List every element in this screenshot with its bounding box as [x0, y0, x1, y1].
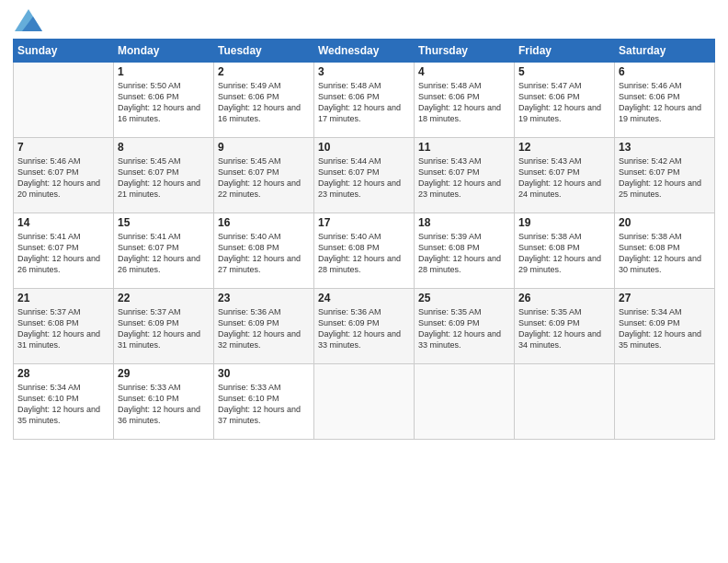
calendar-cell: 10Sunrise: 5:44 AM Sunset: 6:07 PM Dayli… [314, 138, 415, 213]
calendar-cell: 27Sunrise: 5:34 AM Sunset: 6:09 PM Dayli… [615, 289, 715, 364]
calendar-cell: 16Sunrise: 5:40 AM Sunset: 6:08 PM Dayli… [214, 213, 314, 289]
day-info: Sunrise: 5:49 AM Sunset: 6:06 PM Dayligh… [218, 80, 310, 125]
day-number: 7 [17, 141, 109, 154]
calendar-cell: 12Sunrise: 5:43 AM Sunset: 6:07 PM Dayli… [515, 138, 615, 213]
day-info: Sunrise: 5:46 AM Sunset: 6:06 PM Dayligh… [619, 80, 711, 125]
weekday-header-wednesday: Wednesday [314, 40, 415, 63]
day-info: Sunrise: 5:41 AM Sunset: 6:07 PM Dayligh… [118, 231, 210, 276]
day-info: Sunrise: 5:34 AM Sunset: 6:09 PM Dayligh… [619, 306, 711, 351]
calendar-week-row: 7Sunrise: 5:46 AM Sunset: 6:07 PM Daylig… [14, 138, 715, 213]
calendar-cell: 5Sunrise: 5:47 AM Sunset: 6:06 PM Daylig… [515, 63, 615, 138]
calendar-cell [515, 364, 615, 440]
calendar-cell: 28Sunrise: 5:34 AM Sunset: 6:10 PM Dayli… [14, 364, 114, 440]
day-info: Sunrise: 5:36 AM Sunset: 6:09 PM Dayligh… [318, 306, 410, 351]
calendar-cell: 1Sunrise: 5:50 AM Sunset: 6:06 PM Daylig… [114, 63, 214, 138]
weekday-header-monday: Monday [114, 40, 214, 63]
day-number: 4 [418, 65, 510, 78]
calendar-cell: 6Sunrise: 5:46 AM Sunset: 6:06 PM Daylig… [615, 63, 715, 138]
weekday-header-row: SundayMondayTuesdayWednesdayThursdayFrid… [14, 40, 715, 63]
calendar-cell: 19Sunrise: 5:38 AM Sunset: 6:08 PM Dayli… [515, 213, 615, 289]
logo [13, 9, 42, 31]
day-number: 2 [218, 65, 310, 78]
day-info: Sunrise: 5:48 AM Sunset: 6:06 PM Dayligh… [318, 80, 410, 125]
calendar-table: SundayMondayTuesdayWednesdayThursdayFrid… [13, 39, 715, 440]
day-info: Sunrise: 5:43 AM Sunset: 6:07 PM Dayligh… [518, 155, 610, 201]
day-info: Sunrise: 5:45 AM Sunset: 6:07 PM Dayligh… [118, 155, 210, 201]
day-info: Sunrise: 5:48 AM Sunset: 6:06 PM Dayligh… [418, 80, 510, 125]
calendar-cell: 4Sunrise: 5:48 AM Sunset: 6:06 PM Daylig… [415, 63, 515, 138]
day-info: Sunrise: 5:42 AM Sunset: 6:07 PM Dayligh… [619, 155, 711, 201]
calendar-cell: 30Sunrise: 5:33 AM Sunset: 6:10 PM Dayli… [214, 364, 314, 440]
day-info: Sunrise: 5:38 AM Sunset: 6:08 PM Dayligh… [518, 231, 610, 276]
day-number: 18 [418, 216, 510, 229]
day-info: Sunrise: 5:36 AM Sunset: 6:09 PM Dayligh… [218, 306, 310, 351]
day-info: Sunrise: 5:44 AM Sunset: 6:07 PM Dayligh… [318, 155, 410, 201]
weekday-header-sunday: Sunday [14, 40, 114, 63]
day-number: 22 [118, 292, 210, 304]
day-number: 25 [418, 292, 510, 304]
day-number: 6 [619, 65, 711, 78]
calendar-cell: 13Sunrise: 5:42 AM Sunset: 6:07 PM Dayli… [615, 138, 715, 213]
calendar-cell [314, 364, 415, 440]
calendar-cell: 3Sunrise: 5:48 AM Sunset: 6:06 PM Daylig… [314, 63, 415, 138]
day-number: 1 [118, 65, 210, 78]
day-number: 19 [518, 216, 610, 229]
day-info: Sunrise: 5:47 AM Sunset: 6:06 PM Dayligh… [518, 80, 610, 125]
day-number: 23 [218, 292, 310, 304]
day-info: Sunrise: 5:40 AM Sunset: 6:08 PM Dayligh… [218, 231, 310, 276]
calendar-cell: 15Sunrise: 5:41 AM Sunset: 6:07 PM Dayli… [114, 213, 214, 289]
logo-icon [15, 7, 42, 31]
day-info: Sunrise: 5:37 AM Sunset: 6:09 PM Dayligh… [118, 306, 210, 351]
calendar-cell: 17Sunrise: 5:40 AM Sunset: 6:08 PM Dayli… [314, 213, 415, 289]
calendar-cell: 29Sunrise: 5:33 AM Sunset: 6:10 PM Dayli… [114, 364, 214, 440]
day-number: 27 [619, 292, 711, 304]
day-info: Sunrise: 5:35 AM Sunset: 6:09 PM Dayligh… [518, 306, 610, 351]
day-number: 12 [518, 141, 610, 154]
day-info: Sunrise: 5:33 AM Sunset: 6:10 PM Dayligh… [218, 382, 310, 427]
day-number: 8 [118, 141, 210, 154]
day-info: Sunrise: 5:45 AM Sunset: 6:07 PM Dayligh… [218, 155, 310, 201]
day-info: Sunrise: 5:35 AM Sunset: 6:09 PM Dayligh… [418, 306, 510, 351]
calendar-cell: 22Sunrise: 5:37 AM Sunset: 6:09 PM Dayli… [114, 289, 214, 364]
day-number: 21 [17, 292, 109, 304]
day-info: Sunrise: 5:40 AM Sunset: 6:08 PM Dayligh… [318, 231, 410, 276]
weekday-header-thursday: Thursday [415, 40, 515, 63]
day-number: 28 [17, 367, 109, 380]
day-number: 11 [418, 141, 510, 154]
day-info: Sunrise: 5:50 AM Sunset: 6:06 PM Dayligh… [118, 80, 210, 125]
calendar-cell [415, 364, 515, 440]
day-number: 17 [318, 216, 410, 229]
calendar-cell [14, 63, 114, 138]
day-number: 10 [318, 141, 410, 154]
day-info: Sunrise: 5:46 AM Sunset: 6:07 PM Dayligh… [17, 155, 109, 201]
day-number: 24 [318, 292, 410, 304]
day-info: Sunrise: 5:37 AM Sunset: 6:08 PM Dayligh… [17, 306, 109, 351]
day-number: 15 [118, 216, 210, 229]
calendar-cell: 9Sunrise: 5:45 AM Sunset: 6:07 PM Daylig… [214, 138, 314, 213]
header [13, 9, 715, 31]
day-number: 9 [218, 141, 310, 154]
day-number: 26 [518, 292, 610, 304]
day-number: 3 [318, 65, 410, 78]
calendar-cell: 24Sunrise: 5:36 AM Sunset: 6:09 PM Dayli… [314, 289, 415, 364]
calendar-cell: 21Sunrise: 5:37 AM Sunset: 6:08 PM Dayli… [14, 289, 114, 364]
calendar-week-row: 14Sunrise: 5:41 AM Sunset: 6:07 PM Dayli… [14, 213, 715, 289]
calendar-cell: 7Sunrise: 5:46 AM Sunset: 6:07 PM Daylig… [14, 138, 114, 213]
calendar-cell: 11Sunrise: 5:43 AM Sunset: 6:07 PM Dayli… [415, 138, 515, 213]
weekday-header-friday: Friday [515, 40, 615, 63]
calendar-cell: 2Sunrise: 5:49 AM Sunset: 6:06 PM Daylig… [214, 63, 314, 138]
day-number: 30 [218, 367, 310, 380]
day-info: Sunrise: 5:33 AM Sunset: 6:10 PM Dayligh… [118, 382, 210, 427]
day-info: Sunrise: 5:38 AM Sunset: 6:08 PM Dayligh… [619, 231, 711, 276]
calendar-cell: 23Sunrise: 5:36 AM Sunset: 6:09 PM Dayli… [214, 289, 314, 364]
day-info: Sunrise: 5:34 AM Sunset: 6:10 PM Dayligh… [17, 382, 109, 427]
calendar-cell: 8Sunrise: 5:45 AM Sunset: 6:07 PM Daylig… [114, 138, 214, 213]
day-number: 13 [619, 141, 711, 154]
day-number: 29 [118, 367, 210, 380]
day-info: Sunrise: 5:41 AM Sunset: 6:07 PM Dayligh… [17, 231, 109, 276]
day-number: 16 [218, 216, 310, 229]
calendar-cell: 25Sunrise: 5:35 AM Sunset: 6:09 PM Dayli… [415, 289, 515, 364]
day-number: 5 [518, 65, 610, 78]
calendar-week-row: 1Sunrise: 5:50 AM Sunset: 6:06 PM Daylig… [14, 63, 715, 138]
day-info: Sunrise: 5:39 AM Sunset: 6:08 PM Dayligh… [418, 231, 510, 276]
